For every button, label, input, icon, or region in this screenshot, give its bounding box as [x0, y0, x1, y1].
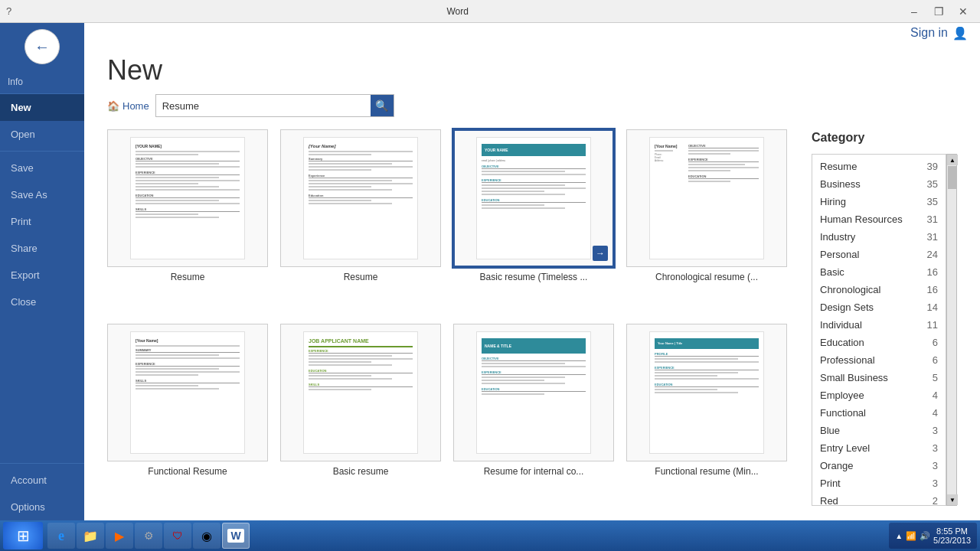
close-button[interactable]: ✕ [952, 4, 974, 19]
taskbar-btn-security[interactable]: 🛡 [164, 523, 191, 549]
sidebar-item-options[interactable]: Options [0, 494, 84, 520]
main-content: Sign in 👤 New 🏠 Home 🔍 [84, 23, 980, 520]
category-item-individual[interactable]: Individual 11 [812, 316, 946, 334]
search-button[interactable]: 🔍 [371, 95, 394, 116]
category-item-basic[interactable]: Basic 16 [812, 263, 946, 281]
template-label-3: Basic resume (Timeless ... [480, 272, 588, 282]
category-item-blue[interactable]: Blue 3 [812, 422, 946, 439]
sidebar-item-print[interactable]: Print [0, 208, 84, 235]
sidebar: ← Info New Open Save Save As Print Share… [0, 23, 84, 520]
scrollbar-up-button[interactable]: ▲ [947, 155, 958, 165]
category-item-hiring[interactable]: Hiring 35 [812, 193, 946, 210]
cat-count-entry-level: 3 [933, 442, 938, 454]
template-item-6[interactable]: JOB APPLICANT NAME EXPERIENCE EDUCATION [280, 324, 441, 506]
category-item-entry-level[interactable]: Entry Level 3 [812, 439, 946, 457]
templates-grid: [YOUR NAME] OBJECTIVE EXPERIENCE [100, 129, 804, 520]
restore-button[interactable]: ❐ [928, 4, 949, 19]
sidebar-item-save[interactable]: Save [0, 155, 84, 181]
tray-date-value: 5/23/2013 [933, 536, 971, 545]
category-item-industry[interactable]: Industry 31 [812, 228, 946, 246]
category-item-personal[interactable]: Personal 24 [812, 246, 946, 263]
category-item-hr[interactable]: Human Resources 31 [812, 210, 946, 228]
sidebar-item-export[interactable]: Export [0, 262, 84, 289]
start-button[interactable]: ⊞ [3, 522, 43, 549]
template-label-1: Resume [171, 272, 205, 282]
signin-link[interactable]: Sign in [910, 26, 948, 41]
tray-arrow-icon[interactable]: ▲ [895, 532, 903, 540]
category-item-functional[interactable]: Functional 4 [812, 404, 946, 422]
category-item-professional[interactable]: Professional 6 [812, 351, 946, 369]
sidebar-info-label: Info [0, 70, 84, 94]
taskbar-btn-app1[interactable]: ⚙ [135, 523, 162, 549]
cat-count-orange: 3 [933, 460, 938, 471]
category-item-orange[interactable]: Orange 3 [812, 457, 946, 474]
sidebar-item-share[interactable]: Share [0, 235, 84, 262]
tray-clock[interactable]: 8:55 PM 5/23/2013 [933, 527, 971, 545]
title-bar: ? Word – ❐ ✕ [0, 0, 980, 23]
signin-area: Sign in 👤 [84, 23, 980, 41]
template-thumb-8: Your Name | Title PROFILE EXPERIENCE [626, 324, 787, 461]
category-item-resume[interactable]: Resume 39 [812, 158, 946, 175]
template-item-2[interactable]: [Your Name] Summary Experience [280, 129, 441, 311]
home-icon: 🏠 [107, 100, 119, 112]
cat-label-functional: Functional [820, 407, 866, 419]
cat-count-education: 6 [933, 337, 938, 348]
taskbar-btn-chrome[interactable]: ◉ [193, 523, 220, 549]
category-item-small-business[interactable]: Small Business 5 [812, 369, 946, 386]
template-label-4: Chronological resume (... [655, 272, 758, 282]
sidebar-item-open[interactable]: Open [0, 121, 84, 148]
category-item-chronological[interactable]: Chronological 16 [812, 281, 946, 298]
cat-label-individual: Individual [820, 319, 862, 331]
sidebar-item-save-as[interactable]: Save As [0, 181, 84, 208]
cat-count-blue: 3 [933, 425, 938, 436]
template-item-4[interactable]: [Your Name] Phone: Email: Address: OBJEC… [626, 129, 787, 311]
template-label-6: Basic resume [333, 466, 389, 477]
template-item[interactable]: [YOUR NAME] OBJECTIVE EXPERIENCE [107, 129, 268, 311]
template-item-8[interactable]: Your Name | Title PROFILE EXPERIENCE [626, 324, 787, 506]
minimize-button[interactable]: – [903, 4, 925, 19]
category-scroll-container: Resume 39 Business 35 Hiring 35 Human [812, 154, 957, 506]
templates-area: [YOUR NAME] OBJECTIVE EXPERIENCE [84, 129, 980, 520]
cat-label-professional: Professional [820, 354, 875, 366]
home-link[interactable]: 🏠 Home [107, 100, 149, 112]
back-button[interactable]: ← [24, 29, 60, 64]
scrollbar-down-button[interactable]: ▼ [947, 494, 958, 505]
sidebar-label-new: New [11, 102, 31, 113]
category-item-business[interactable]: Business 35 [812, 175, 946, 193]
security-icon: 🛡 [172, 530, 183, 542]
template-item-7[interactable]: NAME & TITLE OBJECTIVE EXPERIENCE [453, 324, 614, 506]
sidebar-item-new[interactable]: New [0, 94, 84, 121]
category-item-employee[interactable]: Employee 4 [812, 386, 946, 404]
template-item-3[interactable]: YOUR NAME email | phone | address OBJECT… [453, 129, 614, 311]
template-item-5[interactable]: [Your Name] SUMMARY EXPERIENCE [107, 324, 268, 506]
scrollbar-thumb[interactable] [948, 166, 957, 189]
cat-label-design-sets: Design Sets [820, 302, 874, 313]
sidebar-label-share: Share [11, 243, 38, 254]
sidebar-item-account[interactable]: Account [0, 467, 84, 494]
category-item-print[interactable]: Print 3 [812, 474, 946, 492]
category-scrollbar[interactable]: ▲ ▼ [946, 154, 957, 506]
sidebar-label-save-as: Save As [11, 189, 47, 201]
search-input[interactable] [156, 95, 371, 116]
cat-count-hr: 31 [927, 214, 938, 225]
search-input-wrap: 🔍 [155, 94, 394, 117]
category-item-red[interactable]: Red 2 [812, 492, 946, 506]
taskbar: ⊞ e 📁 ▶ ⚙ 🛡 ◉ W ▲ 📶 🔊 8:55 PM 5/23/2013 [0, 520, 980, 551]
category-list[interactable]: Resume 39 Business 35 Hiring 35 Human [812, 154, 946, 506]
template-thumb-7: NAME & TITLE OBJECTIVE EXPERIENCE [453, 324, 614, 461]
taskbar-btn-ie[interactable]: e [47, 523, 75, 549]
selected-arrow-icon: → [593, 246, 608, 261]
title-bar-help[interactable]: ? [6, 5, 11, 17]
category-item-education[interactable]: Education 6 [812, 334, 946, 351]
taskbar-btn-media[interactable]: ▶ [106, 523, 133, 549]
cat-count-personal: 24 [927, 249, 938, 260]
ie-icon: e [58, 528, 64, 544]
start-icon: ⊞ [17, 527, 30, 545]
taskbar-btn-word[interactable]: W [222, 523, 250, 549]
cat-count-hiring: 35 [927, 196, 938, 207]
page-title: New [107, 54, 957, 86]
cat-label-resume: Resume [820, 161, 857, 172]
sidebar-item-close[interactable]: Close [0, 289, 84, 315]
taskbar-btn-explorer[interactable]: 📁 [77, 523, 104, 549]
category-item-design-sets[interactable]: Design Sets 14 [812, 298, 946, 316]
